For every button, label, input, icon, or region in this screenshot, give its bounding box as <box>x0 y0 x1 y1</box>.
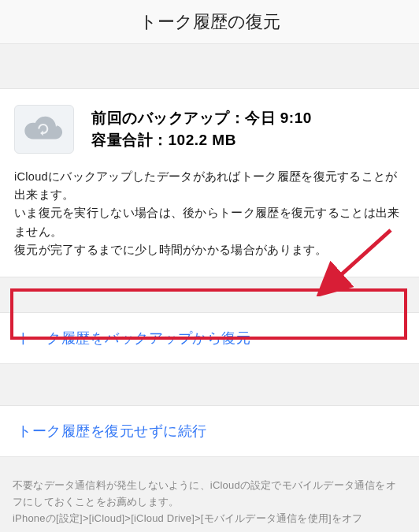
skip-label: トーク履歴を復元せずに続行 <box>17 423 207 439</box>
page-header: トーク履歴の復元 <box>0 0 419 44</box>
backup-summary: 前回のバックアップ：今日 9:10 容量合計：102.2 MB <box>91 107 312 151</box>
backup-description: iCloudにバックアップしたデータがあればトーク履歴を復元することが出来ます。… <box>14 168 405 259</box>
restore-label: トーク履歴をバックアップから復元 <box>17 330 250 346</box>
footnote-text: 不要なデータ通信料が発生しないように、iCloudの設定でモバイルデータ通信をオ… <box>0 471 419 526</box>
desc-line-2: いま復元を実行しない場合は、後からトーク履歴を復元することは出来ません。 <box>14 204 405 240</box>
size-line: 容量合計：102.2 MB <box>91 129 312 151</box>
footnote-line-2: iPhoneの[設定]>[iCloud]>[iCloud Drive]>[モバイ… <box>13 511 406 527</box>
desc-line-3: 復元が完了するまでに少し時間がかかる場合があります。 <box>14 241 405 259</box>
footnote-line-1: 不要なデータ通信料が発生しないように、iCloudの設定でモバイルデータ通信をオ… <box>13 478 406 511</box>
cloud-refresh-icon <box>14 105 74 154</box>
desc-line-1: iCloudにバックアップしたデータがあればトーク履歴を復元することが出来ます。 <box>14 168 405 204</box>
restore-from-backup-button[interactable]: トーク履歴をバックアップから復元 <box>0 312 419 364</box>
section-gap <box>0 364 419 405</box>
page-title: トーク履歴の復元 <box>139 10 280 34</box>
section-gap <box>0 44 419 88</box>
backup-info-card: 前回のバックアップ：今日 9:10 容量合計：102.2 MB iCloudにバ… <box>0 88 419 277</box>
section-gap <box>0 277 419 312</box>
continue-without-restore-button[interactable]: トーク履歴を復元せずに続行 <box>0 405 419 457</box>
last-backup-line: 前回のバックアップ：今日 9:10 <box>91 107 312 129</box>
backup-info-top: 前回のバックアップ：今日 9:10 容量合計：102.2 MB <box>14 105 405 154</box>
section-gap <box>0 457 419 471</box>
